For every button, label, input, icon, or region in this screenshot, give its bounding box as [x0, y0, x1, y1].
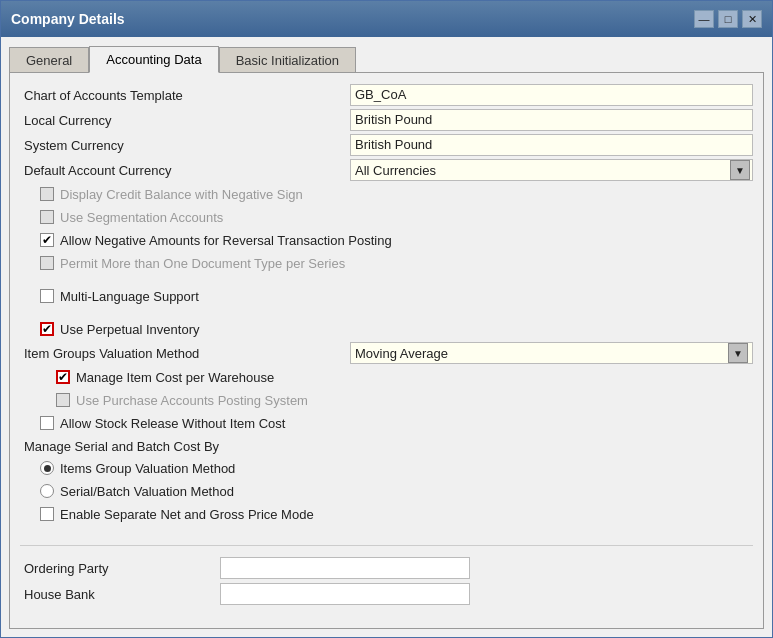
allow-negative-checkbox[interactable]: ✔ — [40, 233, 54, 247]
use-purchase-accounts-row: Use Purchase Accounts Posting System — [20, 389, 753, 411]
enable-separate-checkbox[interactable] — [40, 507, 54, 521]
window-title: Company Details — [11, 11, 125, 27]
main-window: Company Details — □ ✕ General Accounting… — [0, 0, 773, 638]
permit-more-row: Permit More than One Document Type per S… — [20, 252, 753, 274]
tab-content: Chart of Accounts Template GB_CoA Local … — [9, 72, 764, 629]
house-bank-row: House Bank — [20, 582, 753, 606]
manage-item-cost-row: ✔ Manage Item Cost per Warehouse — [20, 366, 753, 388]
minimize-button[interactable]: — — [694, 10, 714, 28]
item-groups-valuation-label: Item Groups Valuation Method — [20, 346, 350, 361]
house-bank-label: House Bank — [20, 587, 220, 602]
chart-of-accounts-row: Chart of Accounts Template GB_CoA — [20, 83, 753, 107]
system-currency-row: System Currency British Pound — [20, 133, 753, 157]
permit-more-checkbox[interactable] — [40, 256, 54, 270]
allow-negative-row: ✔ Allow Negative Amounts for Reversal Tr… — [20, 229, 753, 251]
radio-items-group-row: Items Group Valuation Method — [20, 457, 753, 479]
multi-language-row: Multi-Language Support — [20, 285, 753, 307]
display-credit-checkbox[interactable] — [40, 187, 54, 201]
ordering-party-input[interactable] — [220, 557, 470, 579]
display-credit-row: Display Credit Balance with Negative Sig… — [20, 183, 753, 205]
serial-batch-section: Manage Serial and Batch Cost By — [20, 435, 753, 457]
ordering-party-label: Ordering Party — [20, 561, 220, 576]
chart-of-accounts-label: Chart of Accounts Template — [20, 88, 350, 103]
content-area: General Accounting Data Basic Initializa… — [1, 37, 772, 637]
system-currency-label: System Currency — [20, 138, 350, 153]
enable-separate-row: Enable Separate Net and Gross Price Mode — [20, 503, 753, 525]
display-credit-label: Display Credit Balance with Negative Sig… — [60, 187, 303, 202]
tab-bar: General Accounting Data Basic Initializa… — [9, 45, 764, 72]
ordering-party-row: Ordering Party — [20, 556, 753, 580]
item-groups-valuation-value[interactable]: Moving Average ▼ — [350, 342, 753, 364]
local-currency-value[interactable]: British Pound — [350, 109, 753, 131]
window-controls: — □ ✕ — [694, 10, 762, 28]
tab-general[interactable]: General — [9, 47, 89, 73]
use-purchase-accounts-checkbox[interactable] — [56, 393, 70, 407]
tab-basic-initialization[interactable]: Basic Initialization — [219, 47, 356, 73]
use-purchase-accounts-label: Use Purchase Accounts Posting System — [76, 393, 308, 408]
allow-stock-release-checkbox[interactable] — [40, 416, 54, 430]
manage-item-cost-label: Manage Item Cost per Warehouse — [76, 370, 274, 385]
permit-more-label: Permit More than One Document Type per S… — [60, 256, 345, 271]
maximize-button[interactable]: □ — [718, 10, 738, 28]
allow-stock-release-label: Allow Stock Release Without Item Cost — [60, 416, 285, 431]
radio-serial-batch-label: Serial/Batch Valuation Method — [60, 484, 234, 499]
allow-stock-release-row: Allow Stock Release Without Item Cost — [20, 412, 753, 434]
bottom-section: Ordering Party House Bank — [20, 545, 753, 606]
enable-separate-label: Enable Separate Net and Gross Price Mode — [60, 507, 314, 522]
item-groups-valuation-row: Item Groups Valuation Method Moving Aver… — [20, 341, 753, 365]
use-perpetual-label: Use Perpetual Inventory — [60, 322, 199, 337]
default-account-currency-dropdown[interactable]: ▼ — [730, 160, 750, 180]
house-bank-input[interactable] — [220, 583, 470, 605]
use-segmentation-checkbox[interactable] — [40, 210, 54, 224]
use-segmentation-row: Use Segmentation Accounts — [20, 206, 753, 228]
radio-items-group-label: Items Group Valuation Method — [60, 461, 235, 476]
default-account-currency-label: Default Account Currency — [20, 163, 350, 178]
radio-serial-batch[interactable] — [40, 484, 54, 498]
local-currency-label: Local Currency — [20, 113, 350, 128]
tab-accounting-data[interactable]: Accounting Data — [89, 46, 218, 73]
local-currency-row: Local Currency British Pound — [20, 108, 753, 132]
default-account-currency-value[interactable]: All Currencies ▼ — [350, 159, 753, 181]
title-bar: Company Details — □ ✕ — [1, 1, 772, 37]
multi-language-checkbox[interactable] — [40, 289, 54, 303]
system-currency-value[interactable]: British Pound — [350, 134, 753, 156]
manage-item-cost-checkbox[interactable]: ✔ — [56, 370, 70, 384]
chart-of-accounts-value[interactable]: GB_CoA — [350, 84, 753, 106]
multi-language-label: Multi-Language Support — [60, 289, 199, 304]
valuation-dropdown[interactable]: ▼ — [728, 343, 748, 363]
use-perpetual-row: ✔ Use Perpetual Inventory — [20, 318, 753, 340]
radio-serial-batch-row: Serial/Batch Valuation Method — [20, 480, 753, 502]
default-account-currency-row: Default Account Currency All Currencies … — [20, 158, 753, 182]
close-button[interactable]: ✕ — [742, 10, 762, 28]
radio-items-group[interactable] — [40, 461, 54, 475]
allow-negative-label: Allow Negative Amounts for Reversal Tran… — [60, 233, 392, 248]
use-segmentation-label: Use Segmentation Accounts — [60, 210, 223, 225]
use-perpetual-checkbox[interactable]: ✔ — [40, 322, 54, 336]
